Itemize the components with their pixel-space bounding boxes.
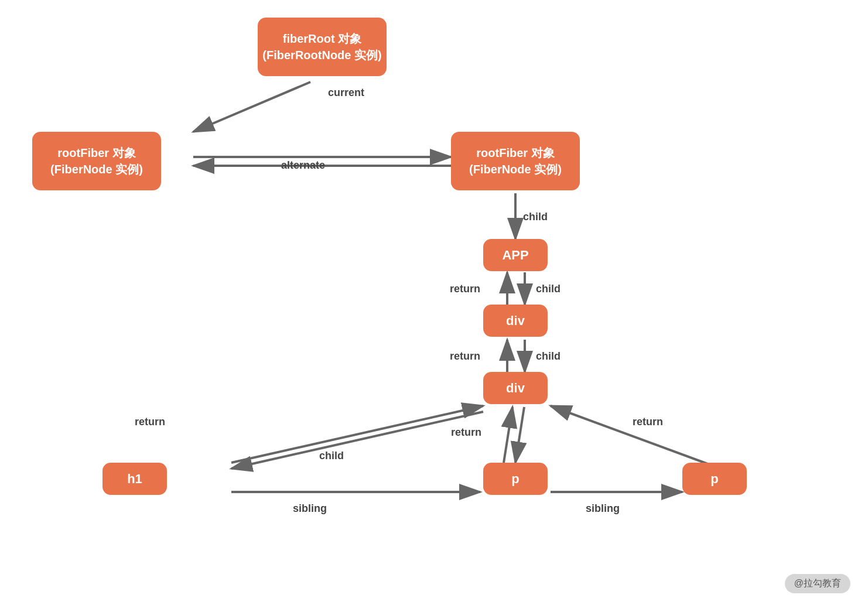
p2-node: p — [682, 463, 747, 495]
watermark: @拉勾教育 — [785, 574, 850, 593]
return3-label: return — [135, 416, 165, 428]
div2-node: div — [483, 372, 548, 404]
child4-label: child — [319, 450, 344, 462]
arrows-svg — [0, 0, 868, 605]
child2-label: child — [536, 283, 561, 295]
return4-label: return — [451, 426, 481, 439]
svg-line-10 — [231, 406, 483, 463]
sibling1-label: sibling — [293, 503, 327, 515]
sibling2-label: sibling — [586, 503, 620, 515]
return1-label: return — [450, 283, 480, 295]
app-node: APP — [483, 239, 548, 271]
child3-label: child — [536, 350, 561, 363]
svg-line-12 — [515, 407, 524, 463]
child1-label: child — [523, 211, 548, 223]
h1-node: h1 — [102, 463, 167, 495]
rootfiber-left-node: rootFiber 对象 (FiberNode 实例) — [32, 132, 161, 190]
div1-node: div — [483, 305, 548, 337]
current-label: current — [328, 87, 364, 99]
diagram: fiberRoot 对象 (FiberRootNode 实例) rootFibe… — [0, 0, 868, 605]
alternate-label: alternate — [281, 159, 325, 172]
svg-line-13 — [504, 407, 512, 463]
svg-line-2 — [193, 82, 310, 132]
fiberroot-node: fiberRoot 对象 (FiberRootNode 实例) — [258, 18, 387, 76]
return5-label: return — [633, 416, 663, 428]
rootfiber-right-node: rootFiber 对象 (FiberNode 实例) — [451, 132, 580, 190]
svg-line-11 — [231, 412, 483, 469]
p1-node: p — [483, 463, 548, 495]
return2-label: return — [450, 350, 480, 363]
